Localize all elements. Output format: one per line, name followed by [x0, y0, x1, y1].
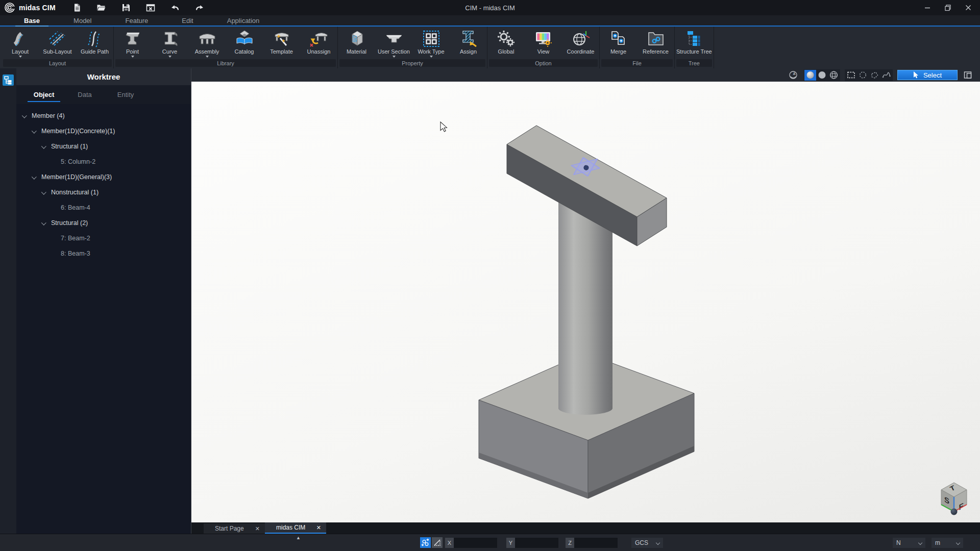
- ribbon-group-label: Layout: [3, 59, 112, 67]
- guide-path-button[interactable]: Guide Path: [76, 27, 113, 59]
- menu-tab-model[interactable]: Model: [57, 15, 108, 26]
- save-icon[interactable]: [121, 3, 131, 13]
- model-canvas[interactable]: T S F: [191, 82, 980, 522]
- redo-icon[interactable]: [194, 3, 205, 13]
- close-window-icon[interactable]: [145, 3, 156, 13]
- tree-node-member-1d-general-3[interactable]: Member(1D)(General)(3): [16, 169, 191, 185]
- point-button[interactable]: Point: [114, 27, 151, 59]
- flat-render-icon[interactable]: [816, 70, 828, 81]
- x-coordinate-input[interactable]: [454, 538, 497, 548]
- doc-tab-label: Start Page: [215, 525, 244, 532]
- tab-data[interactable]: Data: [64, 85, 105, 104]
- coordinate-button[interactable]: Coordinate: [562, 27, 599, 59]
- doc-tab-midas-cim[interactable]: midas CIM✕: [265, 522, 326, 534]
- y-coordinate-input[interactable]: [515, 538, 558, 548]
- chevron-down-icon: [918, 541, 922, 545]
- close-icon[interactable]: [961, 2, 976, 13]
- snap-point-icon[interactable]: [420, 537, 431, 548]
- tree-node-7-beam-2[interactable]: 7: Beam-2: [16, 231, 191, 246]
- z-coordinate-input[interactable]: [574, 538, 618, 548]
- menu-tab-edit[interactable]: Edit: [165, 15, 210, 26]
- tree-node-structural-2[interactable]: Structural (2): [16, 215, 191, 231]
- close-tab-icon[interactable]: ✕: [312, 524, 321, 531]
- coordinate-system-dropdown[interactable]: GCS: [631, 538, 663, 548]
- render-auto-icon[interactable]: A: [788, 70, 799, 81]
- ribbon-button-label: Catalog: [235, 48, 254, 55]
- chevron-down-icon: [42, 221, 51, 225]
- doc-tab-start-page[interactable]: Start Page✕: [204, 523, 265, 534]
- tree-node-nonstructural-1[interactable]: Nonstructural (1): [16, 185, 191, 200]
- tree-node-label: Nonstructural (1): [51, 189, 99, 196]
- tree-node-member-1d-concrete-1[interactable]: Member(1D)(Concrete)(1): [16, 123, 191, 139]
- tree-node-6-beam-4[interactable]: 6: Beam-4: [16, 200, 191, 215]
- chevron-down-icon: [656, 541, 660, 545]
- tab-object[interactable]: Object: [23, 85, 64, 104]
- undo-icon[interactable]: [170, 3, 180, 13]
- material-button[interactable]: IMaterial: [338, 27, 375, 59]
- select-button[interactable]: Select: [897, 70, 958, 80]
- panel-toggle-icon[interactable]: [962, 70, 974, 81]
- tree-node-label: 8: Beam-3: [61, 250, 90, 257]
- svg-text:A: A: [793, 72, 795, 76]
- relative-coordinate-icon[interactable]: [432, 537, 443, 548]
- close-tab-icon[interactable]: ✕: [251, 525, 260, 532]
- new-document-icon[interactable]: [72, 3, 82, 13]
- length-unit-dropdown[interactable]: m: [932, 538, 963, 548]
- dropdown-caret-icon: [206, 56, 209, 58]
- force-unit-dropdown[interactable]: N: [893, 538, 925, 548]
- template-button[interactable]: Template: [263, 27, 300, 59]
- z-coordinate-label: Z: [566, 538, 574, 548]
- status-bar: ▲ X Y Z GCS N m: [0, 534, 980, 551]
- open-file-icon[interactable]: [96, 3, 107, 13]
- merge-button[interactable]: Merge: [600, 27, 637, 59]
- tree-node-5-column-2[interactable]: 5: Column-2: [16, 154, 191, 169]
- tree-node-label: 7: Beam-2: [61, 235, 90, 242]
- user-section-button[interactable]: User Section: [375, 27, 412, 59]
- sublayout-icon: [48, 29, 67, 48]
- minimize-icon[interactable]: [920, 2, 935, 13]
- view-button[interactable]: View: [525, 27, 562, 59]
- reference-icon: [646, 29, 666, 48]
- restore-icon[interactable]: [940, 2, 955, 13]
- y-coordinate-label: Y: [506, 538, 515, 548]
- assembly-button[interactable]: Assembly: [188, 27, 226, 59]
- layout-button[interactable]: Layout: [2, 27, 39, 59]
- worktree-icon[interactable]: [3, 74, 14, 88]
- worktree-tree: Member (4)Member(1D)(Concrete)(1)Structu…: [16, 104, 191, 534]
- assign-button[interactable]: Assign: [450, 27, 487, 59]
- global-button[interactable]: Global: [487, 27, 525, 59]
- tree-node-8-beam-3[interactable]: 8: Beam-3: [16, 246, 191, 261]
- svg-text:I: I: [354, 36, 355, 41]
- work-type-button[interactable]: Work Type: [412, 27, 450, 59]
- navigation-cube[interactable]: T S F: [939, 481, 970, 516]
- catalog-button[interactable]: Catalog: [226, 27, 263, 59]
- ribbon-button-label: Global: [498, 48, 514, 55]
- menu-tab-base[interactable]: Base: [7, 15, 57, 26]
- sub-layout-button[interactable]: Sub-Layout: [39, 27, 76, 59]
- shaded-render-icon[interactable]: [804, 70, 816, 81]
- ribbon-group-label: Property: [339, 59, 485, 67]
- ribbon-button-label: Assign: [460, 48, 477, 55]
- wireframe-render-icon[interactable]: [828, 70, 840, 81]
- unassign-button[interactable]: Unassign: [300, 27, 337, 59]
- menu-tab-application[interactable]: Application: [210, 15, 277, 26]
- ribbon-button-label: Sub-Layout: [43, 48, 71, 55]
- ribbon-button-label: Reference: [643, 48, 669, 55]
- tab-entity[interactable]: Entity: [105, 85, 146, 104]
- curve-button[interactable]: Curve: [151, 27, 188, 59]
- quick-access-toolbar: [72, 3, 205, 13]
- structure-tree-button[interactable]: Structure Tree: [675, 27, 714, 59]
- freeform-select-icon[interactable]: [880, 70, 892, 81]
- rect-select-icon[interactable]: [845, 70, 857, 81]
- ribbon-group-file: MergeReferenceFile: [600, 27, 675, 68]
- reference-button[interactable]: Reference: [637, 27, 674, 59]
- statusbar-expander-icon[interactable]: ▲: [296, 535, 301, 540]
- tree-node-member-4[interactable]: Member (4): [16, 108, 191, 123]
- tree-node-structural-1[interactable]: Structural (1): [16, 139, 191, 154]
- worktree-tabs: ObjectDataEntity: [16, 85, 191, 104]
- curve-icon: [160, 29, 180, 48]
- ribbon-group-label: File: [601, 59, 673, 67]
- polygon-select-icon[interactable]: [869, 70, 880, 81]
- menu-tab-feature[interactable]: Feature: [109, 15, 165, 26]
- circle-select-icon[interactable]: [857, 70, 869, 81]
